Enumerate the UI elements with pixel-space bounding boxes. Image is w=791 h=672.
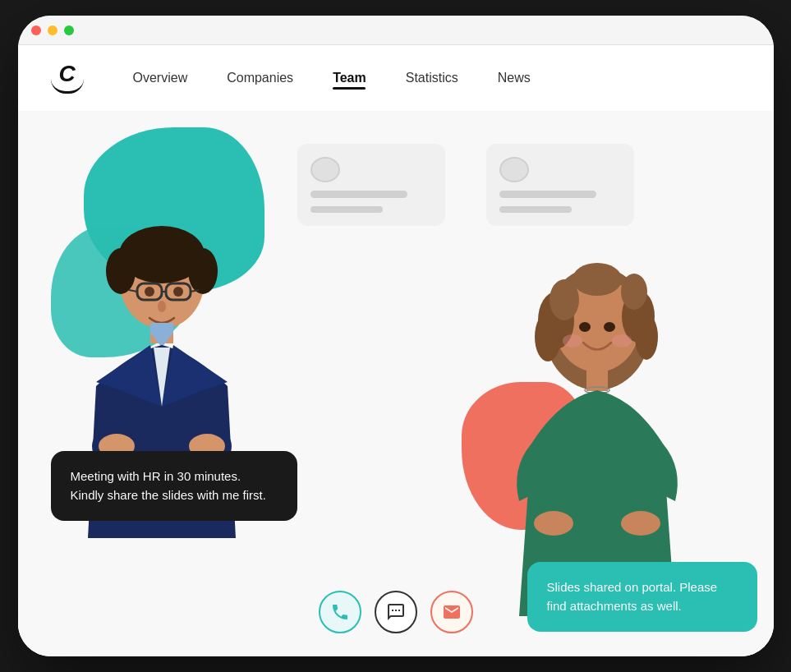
svg-point-11: [158, 301, 166, 312]
line-4: [499, 206, 573, 213]
nav-link-team[interactable]: Team: [333, 71, 366, 85]
nav-item-statistics[interactable]: Statistics: [406, 71, 458, 85]
dark-bubble-text: Meeting with HR in 30 minutes. Kindly sh…: [71, 469, 266, 502]
nav-link-statistics[interactable]: Statistics: [406, 71, 458, 85]
line-1: [310, 191, 407, 197]
device-frame: C Overview Companies Team Statistics: [18, 16, 774, 656]
nav-item-news[interactable]: News: [498, 71, 531, 85]
svg-point-28: [573, 263, 622, 296]
message-bubble-dark: Meeting with HR in 30 minutes. Kindly sh…: [51, 451, 297, 521]
dot-red[interactable]: [31, 25, 41, 35]
phone-button[interactable]: [319, 591, 361, 633]
svg-point-26: [621, 274, 647, 310]
nav-item-overview[interactable]: Overview: [133, 71, 188, 85]
logo-smile: [51, 79, 84, 94]
svg-marker-13: [150, 323, 173, 348]
chat-button[interactable]: [375, 591, 417, 633]
svg-point-31: [563, 334, 582, 348]
svg-point-37: [621, 511, 660, 536]
nav-links: Overview Companies Team Statistics News: [133, 71, 531, 85]
nav-link-news[interactable]: News: [498, 71, 531, 85]
svg-point-30: [604, 322, 615, 332]
svg-point-24: [535, 312, 561, 361]
logo-area: C: [51, 62, 84, 94]
dot-green[interactable]: [64, 25, 74, 35]
app-content: C Overview Companies Team Statistics: [18, 45, 774, 656]
main-area: Meeting with HR in 30 minutes. Kindly sh…: [18, 111, 774, 656]
team-card-2: [486, 144, 634, 226]
line-3: [499, 191, 596, 197]
bottom-icons: [319, 591, 473, 633]
title-bar: [18, 16, 774, 45]
svg-point-3: [188, 248, 218, 294]
teal-bubble-text: Slides shared on portal. Please find att…: [547, 580, 718, 613]
nav-link-overview[interactable]: Overview: [133, 71, 188, 85]
line-2: [310, 206, 384, 213]
svg-point-32: [612, 334, 632, 348]
svg-point-9: [145, 287, 154, 297]
svg-point-27: [635, 314, 658, 360]
nav-item-team[interactable]: Team: [333, 71, 366, 85]
mail-button[interactable]: [430, 591, 473, 633]
svg-point-2: [106, 248, 136, 294]
nav-link-companies[interactable]: Companies: [227, 71, 293, 85]
avatar-circle-2: [499, 157, 529, 182]
message-bubble-teal: Slides shared on portal. Please find att…: [527, 562, 757, 632]
nav-item-companies[interactable]: Companies: [227, 71, 293, 85]
team-card-1: [297, 144, 445, 226]
svg-point-36: [534, 511, 573, 536]
svg-point-10: [173, 287, 183, 297]
dot-yellow[interactable]: [48, 25, 57, 35]
svg-point-29: [579, 322, 591, 332]
avatar-circle-1: [310, 157, 340, 182]
navbar: C Overview Companies Team Statistics: [18, 45, 774, 111]
